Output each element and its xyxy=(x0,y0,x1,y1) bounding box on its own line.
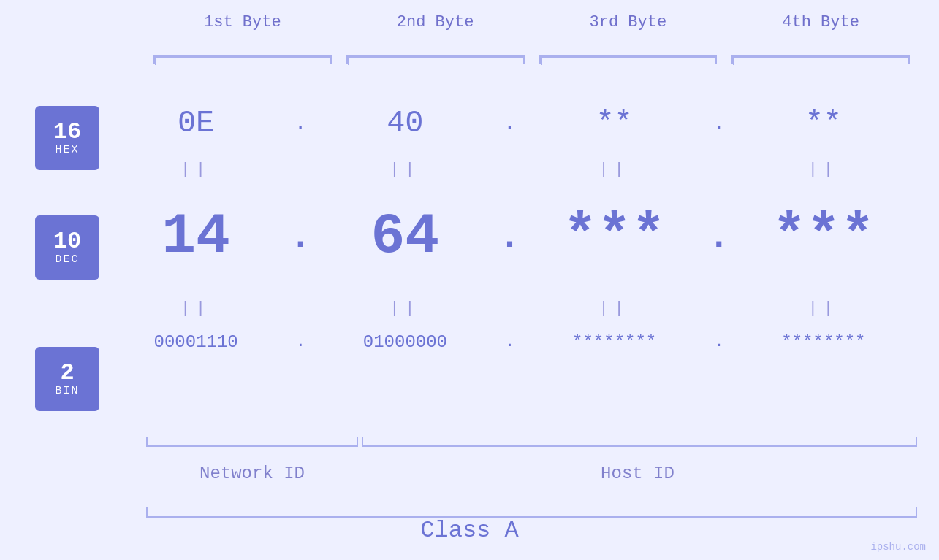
dec-b4: *** xyxy=(730,204,917,269)
host-id-label: Host ID xyxy=(358,464,917,483)
equals-row-1: || || || || xyxy=(102,161,917,179)
network-id-bracket xyxy=(146,437,358,447)
dec-label-box: 10 DEC xyxy=(35,215,99,280)
hex-dot2: . xyxy=(499,112,521,135)
bracket-b4 xyxy=(731,55,910,64)
hex-b4: ** xyxy=(730,106,917,141)
top-brackets xyxy=(146,55,917,64)
network-id-label: Network ID xyxy=(146,464,358,483)
dec-num: 10 xyxy=(53,230,81,253)
hex-row: 0E . 40 . ** . ** xyxy=(102,106,917,141)
equals-1-b4: || xyxy=(730,161,917,179)
section-labels: Network ID Host ID xyxy=(146,464,917,483)
equals-2-b1: || xyxy=(102,299,289,318)
bracket-b2 xyxy=(346,55,525,64)
byte2-header: 2nd Byte xyxy=(339,13,532,31)
bin-b3: ******** xyxy=(521,332,708,352)
bin-b2: 01000000 xyxy=(311,332,498,352)
dec-dot1: . xyxy=(289,216,311,258)
bracket-b3 xyxy=(539,55,718,64)
hex-b1: 0E xyxy=(102,106,289,141)
hex-dot1: . xyxy=(289,112,311,135)
class-a-label: Class A xyxy=(0,517,939,544)
bin-dot3: . xyxy=(708,333,730,351)
byte4-header: 4th Byte xyxy=(724,13,917,31)
equals-2-b3: || xyxy=(521,299,708,318)
bin-b1: 00001110 xyxy=(102,332,289,352)
hex-dot3: . xyxy=(708,112,730,135)
equals-1-b2: || xyxy=(311,161,498,179)
dec-base: DEC xyxy=(55,253,79,266)
dec-b3: *** xyxy=(521,204,708,269)
byte1-header: 1st Byte xyxy=(146,13,339,31)
equals-1-b1: || xyxy=(102,161,289,179)
dec-row: 14 . 64 . *** . *** xyxy=(102,204,917,269)
equals-1-b3: || xyxy=(521,161,708,179)
equals-row-2: || || || || xyxy=(102,299,917,318)
dec-dot2: . xyxy=(499,216,521,258)
hex-b3: ** xyxy=(521,106,708,141)
bin-b4: ******** xyxy=(730,332,917,352)
main-container: 1st Byte 2nd Byte 3rd Byte 4th Byte 16 H… xyxy=(0,0,939,560)
dec-b1: 14 xyxy=(102,204,289,269)
watermark: ipshu.com xyxy=(870,541,926,553)
dec-b2: 64 xyxy=(311,204,498,269)
bin-num: 2 xyxy=(60,361,74,385)
outer-bracket xyxy=(146,507,917,518)
bracket-b1 xyxy=(153,55,332,64)
hex-base: HEX xyxy=(55,144,79,156)
bin-dot2: . xyxy=(499,333,521,351)
equals-2-b4: || xyxy=(730,299,917,318)
hex-b2: 40 xyxy=(311,106,498,141)
bin-row: 00001110 . 01000000 . ******** . *******… xyxy=(102,332,917,352)
bin-label-box: 2 BIN xyxy=(35,347,99,411)
host-id-bracket xyxy=(362,437,917,447)
hex-label-box: 16 HEX xyxy=(35,106,99,170)
bin-base: BIN xyxy=(55,385,79,397)
hex-num: 16 xyxy=(53,120,81,144)
dec-dot3: . xyxy=(708,216,730,258)
bottom-brackets xyxy=(146,437,917,447)
byte3-header: 3rd Byte xyxy=(532,13,725,31)
equals-2-b2: || xyxy=(311,299,498,318)
byte-headers: 1st Byte 2nd Byte 3rd Byte 4th Byte xyxy=(146,13,917,31)
bin-dot1: . xyxy=(289,333,311,351)
